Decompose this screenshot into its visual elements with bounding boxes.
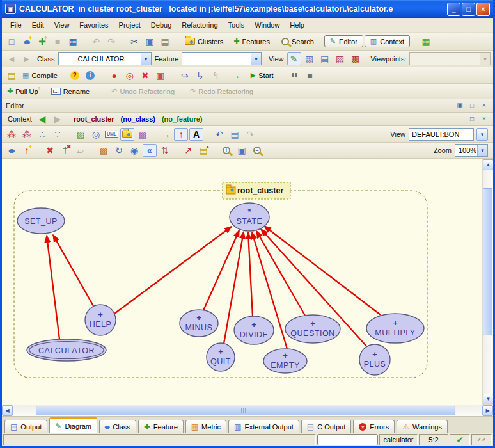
class-node-set_up[interactable]: SET_UP — [17, 208, 65, 234]
save-icon[interactable]: ■ — [51, 35, 65, 48]
maximize-panel-icon[interactable]: □ — [467, 101, 477, 111]
vertical-scroll-thumb[interactable] — [483, 188, 492, 335]
melt-icon[interactable]: ? — [68, 69, 82, 82]
new-inheritance-tool-icon[interactable]: ↑✦ — [20, 144, 34, 157]
export-png-icon[interactable]: ▨ — [74, 128, 88, 141]
editor-toggle-button[interactable]: ✎Editor — [324, 35, 363, 47]
menu-view[interactable]: View — [50, 19, 74, 31]
view-dropdown-button[interactable]: ▾ — [476, 128, 488, 141]
tab-class[interactable]: ●Class — [99, 420, 136, 433]
context-class[interactable]: (no_class) — [118, 115, 158, 123]
new-feature-icon[interactable]: ✚✦ — [35, 35, 49, 48]
menu-edit[interactable]: Edit — [28, 19, 49, 31]
view-name-input[interactable]: DEFAULT:BON — [409, 128, 474, 141]
feature-combo-arrow-icon[interactable]: ▾ — [251, 53, 261, 65]
show-clusters-icon[interactable] — [120, 128, 134, 141]
view-clickable-icon[interactable]: ▤ — [318, 52, 332, 65]
editor-panel-header[interactable]: Editor ▣□× — [2, 99, 493, 113]
remove-anchor-icon[interactable]: †✖ — [58, 144, 72, 157]
class-node-calculator[interactable]: CALCULATOR — [27, 339, 106, 361]
title-bar[interactable]: ▣ CALCULATOR in cluster root_cluster loc… — [2, 0, 493, 18]
copy-icon[interactable]: ▣ — [143, 35, 157, 48]
menu-project[interactable]: Project — [114, 19, 145, 31]
view-editor-icon[interactable]: ✎ — [287, 52, 301, 65]
colors-icon[interactable]: ▩ — [97, 144, 111, 157]
cluster-links-icon[interactable]: ⁂ — [20, 128, 34, 141]
status-saved-icon[interactable]: ✔✔ — [475, 433, 489, 446]
paste-icon[interactable]: ▤ — [158, 35, 172, 48]
compile-button[interactable]: ▦Compile — [20, 70, 60, 80]
context-back-icon[interactable]: ◀ — [35, 113, 49, 125]
context-feature[interactable]: (no_feature) — [159, 115, 205, 123]
context-cluster[interactable]: root_cluster — [71, 115, 117, 123]
new-class-icon[interactable]: ●✦ — [20, 35, 34, 48]
inheritance-link-help-to-state[interactable] — [114, 227, 232, 314]
info-icon[interactable]: i — [83, 69, 97, 82]
pin-labels-icon[interactable]: ▤● — [196, 144, 210, 157]
view-contract-icon[interactable]: ▨ — [333, 52, 347, 65]
external-commands-icon[interactable]: ▦ — [419, 35, 433, 48]
fit-to-screen-icon[interactable]: ▣ — [235, 144, 249, 157]
link-anchor-icon[interactable]: ↗ — [181, 144, 195, 157]
maximize-button[interactable]: □ — [462, 3, 475, 16]
undo-refactoring-button[interactable]: ↶Undo Refactoring — [109, 86, 177, 96]
inheritance-link-help-to-set_up[interactable] — [53, 235, 93, 306]
tab-warnings[interactable]: ⚠Warnings — [397, 420, 448, 433]
project-settings-icon[interactable]: ▤ — [4, 69, 19, 82]
features-button[interactable]: ✚Features — [231, 36, 272, 46]
pause-icon[interactable]: ▮▮ — [287, 69, 301, 82]
view-interface-icon[interactable]: ▩ — [349, 52, 363, 65]
breakpoint-remove-icon[interactable]: ✖ — [138, 69, 152, 82]
step-over-icon[interactable]: ↪ — [178, 69, 192, 82]
uml-bon-switch-icon[interactable]: ◎ — [89, 128, 103, 141]
horizontal-scrollbar[interactable]: ◀ ▶ — [2, 404, 493, 416]
class-node-multiply[interactable]: +MULTIPLY — [366, 314, 424, 343]
rename-button[interactable]: I…Rename — [49, 87, 93, 96]
client-link-tool-icon[interactable]: → — [159, 128, 173, 141]
float-panel-icon[interactable]: ▣ — [455, 101, 465, 111]
new-class-tool-icon[interactable]: ● — [4, 144, 19, 157]
class-node-question[interactable]: +QUESTION — [285, 315, 340, 343]
inheritance-link-tool-icon[interactable]: ↑ — [174, 128, 188, 141]
delete-icon[interactable]: ✖ — [43, 144, 57, 157]
tab-c-output[interactable]: ▤C Output — [301, 420, 351, 433]
menu-window[interactable]: Window — [250, 19, 284, 31]
menu-help[interactable]: Help — [285, 19, 309, 31]
menu-tools[interactable]: Tools — [224, 19, 249, 31]
diagram-redo-icon[interactable]: ↷ — [243, 128, 257, 141]
class-combo[interactable]: CALCULATOR▾ — [58, 52, 152, 65]
close-panel-icon[interactable]: × — [479, 115, 489, 124]
step-out-icon[interactable]: ↰ — [208, 69, 223, 82]
feature-combo[interactable]: ▾ — [182, 52, 262, 65]
context-forward-icon[interactable]: ▶ — [51, 113, 65, 125]
menu-file[interactable]: File — [6, 19, 26, 31]
text-label-tool-icon[interactable]: A — [189, 128, 203, 141]
breakpoint-disable-icon[interactable]: ◎ — [123, 69, 137, 82]
tab-external-output[interactable]: ▥External Output — [228, 420, 299, 433]
menu-refactoring[interactable]: Refactoring — [177, 19, 222, 31]
start-button[interactable]: ▶Start — [248, 70, 276, 80]
uml-view-icon[interactable]: UML — [104, 128, 119, 141]
class-node-quit[interactable]: +QUIT — [207, 343, 235, 371]
close-panel-icon[interactable]: × — [479, 101, 489, 111]
run-no-stop-icon[interactable]: → — [229, 69, 243, 82]
layout-depth-icon[interactable]: ⇅ — [158, 144, 172, 157]
cut-icon[interactable]: ✂ — [127, 35, 141, 48]
clusters-button[interactable]: Clusters — [182, 37, 226, 46]
tab-feature[interactable]: ✚Feature — [138, 420, 184, 433]
show-legend-icon[interactable]: ▩ — [136, 128, 150, 141]
cluster-tag[interactable]: root_cluster — [223, 182, 290, 199]
vertical-scrollbar[interactable]: ▲ ▼ — [482, 159, 493, 404]
menu-favorites[interactable]: Favorites — [75, 19, 113, 31]
tab-diagram[interactable]: ✎Diagram — [49, 417, 97, 433]
scroll-left-button[interactable]: ◀ — [2, 405, 13, 416]
pull-up-button[interactable]: ✚↑Pull Up — [4, 86, 41, 96]
zoom-out-icon[interactable]: − — [250, 144, 264, 157]
close-button[interactable]: × — [476, 3, 490, 16]
diagram-canvas[interactable]: root_cluster*STATESET_UP+HELPCALCULATOR+… — [2, 159, 482, 405]
inheritance-link-minus-to-state[interactable] — [203, 230, 239, 310]
step-into-icon[interactable]: ↳ — [193, 69, 207, 82]
history-back-icon[interactable]: ◄ — [4, 52, 19, 65]
class-node-state[interactable]: *STATE — [230, 203, 269, 231]
tab-errors[interactable]: ×Errors — [353, 420, 395, 433]
